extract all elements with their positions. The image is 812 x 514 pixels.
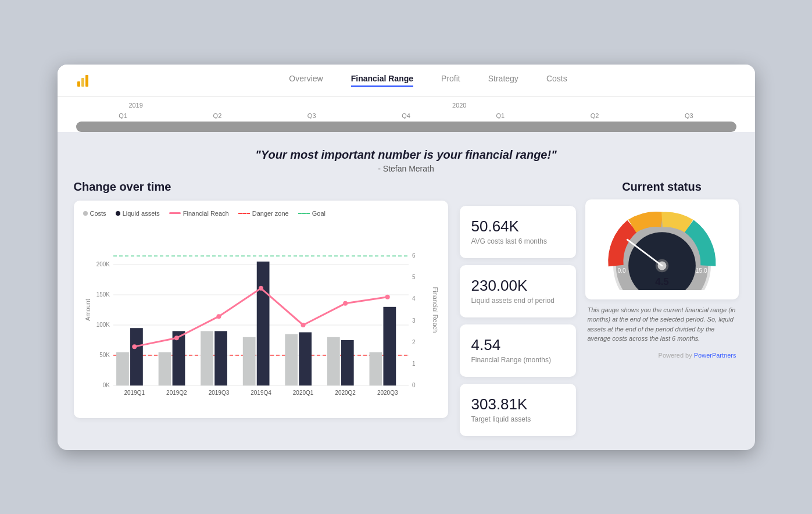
legend-liquid: Liquid assets: [116, 210, 160, 217]
q-label-1: Q1: [76, 112, 170, 119]
q-label-5: Q1: [453, 112, 548, 119]
powered-by: Powered by PowerPartners: [585, 352, 739, 359]
stat-card-0: 50.64K AVG costs last 6 months: [460, 206, 576, 258]
legend-financial-reach: Financial Reach: [169, 210, 229, 217]
main-content: Change over time Costs Liquid assets Fin…: [58, 180, 755, 436]
legend-danger-zone-dash: [238, 213, 250, 214]
legend-costs: Costs: [83, 210, 106, 217]
nav-overview[interactable]: Overview: [289, 74, 323, 87]
nav-strategy[interactable]: Strategy: [488, 74, 518, 87]
timeline-track[interactable]: [76, 122, 736, 132]
chart-legend: Costs Liquid assets Financial Reach Dang…: [83, 210, 439, 217]
stat-value-1: 230.00K: [471, 277, 564, 294]
right-section: 50.64K AVG costs last 6 months 230.00K L…: [460, 180, 739, 436]
left-section: Change over time Costs Liquid assets Fin…: [74, 180, 448, 436]
legend-liquid-dot: [116, 211, 120, 216]
stat-card-1: 230.00K Liquid assets end of period: [460, 265, 576, 317]
legend-goal-dash: [298, 213, 310, 214]
quote-author: - Stefan Merath: [58, 164, 755, 173]
chart-section-title: Change over time: [74, 180, 448, 194]
gauge-svg: 0.0 15.0 4.5: [598, 209, 726, 290]
timeline-quarters: Q1 Q2 Q3 Q4 Q1 Q2 Q3: [76, 112, 736, 119]
gauge-column: Current status: [585, 180, 739, 436]
nav-bar: Overview Financial Range Profit Strategy…: [58, 65, 755, 97]
svg-rect-0: [77, 81, 80, 87]
nav-profit[interactable]: Profit: [441, 74, 460, 87]
gauge-description: This gauge shows you the current financi…: [585, 305, 739, 344]
main-chart-canvas: [83, 223, 439, 409]
chart-area: [83, 223, 439, 409]
logo: [76, 72, 92, 88]
svg-rect-2: [85, 75, 88, 87]
bar-chart-icon: [76, 72, 92, 88]
timeline-filled: [76, 122, 736, 132]
nav-items: Overview Financial Range Profit Strategy…: [120, 74, 736, 87]
svg-text:4.5: 4.5: [655, 276, 668, 287]
stat-label-2: Financial Range (months): [471, 356, 564, 364]
stat-card-2: 4.54 Financial Range (months): [460, 324, 576, 377]
stat-card-3: 303.81K Target liquid assets: [460, 384, 576, 436]
svg-text:0.0: 0.0: [617, 267, 626, 274]
svg-rect-1: [81, 78, 84, 87]
legend-costs-dot: [83, 211, 88, 216]
legend-danger-zone: Danger zone: [238, 210, 289, 217]
powered-by-link[interactable]: PowerPartners: [694, 352, 736, 359]
legend-financial-reach-line: [169, 212, 181, 214]
year-2020-label: 2020: [452, 102, 466, 109]
year-2019-label: 2019: [128, 102, 142, 109]
stat-label-0: AVG costs last 6 months: [471, 237, 564, 245]
stat-value-3: 303.81K: [471, 396, 564, 413]
stat-label-3: Target liquid assets: [471, 415, 564, 423]
stat-label-1: Liquid assets end of period: [471, 297, 564, 305]
gauge-card: 0.0 15.0 4.5: [585, 199, 739, 299]
q-label-3: Q3: [264, 112, 359, 119]
q-label-7: Q3: [642, 112, 736, 119]
stats-column: 50.64K AVG costs last 6 months 230.00K L…: [460, 180, 576, 436]
q-label-2: Q2: [170, 112, 264, 119]
dashboard: Overview Financial Range Profit Strategy…: [58, 65, 755, 450]
nav-financial-range[interactable]: Financial Range: [351, 74, 413, 87]
chart-card: Costs Liquid assets Financial Reach Dang…: [74, 201, 448, 418]
timeline-section: 2019 2020 Q1 Q2 Q3 Q4 Q1 Q2 Q3: [58, 97, 755, 132]
quote-text: "Your most important number is your fina…: [58, 148, 755, 162]
legend-goal: Goal: [298, 210, 325, 217]
nav-costs[interactable]: Costs: [546, 74, 567, 87]
current-status-title: Current status: [585, 180, 739, 194]
svg-text:15.0: 15.0: [695, 267, 707, 274]
q-label-6: Q2: [548, 112, 642, 119]
stat-value-2: 4.54: [471, 337, 564, 354]
stat-value-0: 50.64K: [471, 218, 564, 235]
q-label-4: Q4: [359, 112, 453, 119]
quote-section: "Your most important number is your fina…: [58, 132, 755, 180]
